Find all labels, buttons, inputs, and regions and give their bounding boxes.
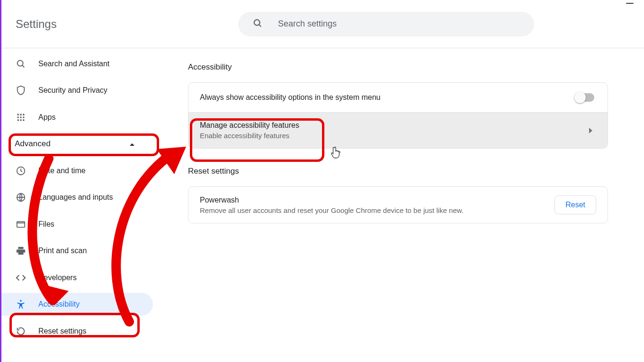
sidebar-item-label: Files	[38, 220, 54, 229]
row-sublabel: Enable accessibility features	[200, 132, 299, 140]
row-powerwash: Powerwash Remove all user accounts and r…	[188, 187, 608, 223]
sidebar-item-label: Date and time	[38, 167, 86, 175]
shield-icon	[16, 85, 26, 96]
svg-point-8	[20, 116, 22, 118]
sidebar-item-label: Reset settings	[38, 327, 86, 336]
row-label: Always show accessibility options in the…	[200, 93, 381, 102]
row-label: Manage accessibility features	[200, 121, 299, 130]
sidebar-section-advanced[interactable]: Advanced	[1, 132, 148, 155]
svg-point-12	[23, 119, 25, 121]
main-content: Accessibility Always show accessibility …	[162, 48, 644, 362]
chevron-up-icon	[129, 139, 135, 149]
chevron-right-icon	[589, 128, 592, 133]
search-input[interactable]	[278, 19, 534, 29]
search-icon	[16, 59, 26, 69]
search-icon	[252, 18, 263, 30]
sidebar-item-date-time[interactable]: Date and time	[1, 159, 153, 182]
section-heading-accessibility: Accessibility	[188, 62, 608, 72]
page-title: Settings	[16, 18, 238, 31]
code-icon	[16, 273, 26, 283]
sidebar-item-label: Search and Assistant	[38, 60, 109, 68]
row-sublabel: Remove all user accounts and reset your …	[200, 206, 555, 214]
section-heading-reset: Reset settings	[188, 167, 608, 176]
sidebar-item-search-assistant[interactable]: Search and Assistant	[1, 53, 153, 75]
svg-point-11	[20, 119, 22, 121]
sidebar-item-languages-inputs[interactable]: Languages and inputs	[1, 186, 153, 209]
sidebar-item-apps[interactable]: Apps	[1, 106, 153, 129]
sidebar-item-developers[interactable]: Developers	[1, 266, 153, 289]
card-reset: Powerwash Remove all user accounts and r…	[188, 186, 608, 223]
row-always-show-accessibility[interactable]: Always show accessibility options in the…	[188, 83, 608, 112]
sidebar-item-files[interactable]: Files	[1, 213, 153, 236]
sidebar-item-reset-settings[interactable]: Reset settings	[1, 320, 153, 343]
header: Settings	[1, 0, 644, 48]
clock-icon	[16, 166, 26, 176]
apps-icon	[16, 112, 26, 123]
svg-point-16	[20, 300, 22, 302]
svg-line-3	[22, 65, 24, 67]
svg-point-0	[254, 19, 260, 25]
accessibility-icon	[16, 299, 26, 309]
row-manage-accessibility-features[interactable]: Manage accessibility features Enable acc…	[188, 112, 608, 148]
folder-icon	[16, 219, 26, 230]
reset-button[interactable]: Reset	[555, 195, 596, 214]
sidebar: Search and Assistant Security and Privac…	[1, 48, 162, 362]
globe-icon	[16, 192, 26, 203]
svg-rect-15	[17, 221, 25, 227]
window-minimize[interactable]	[626, 3, 634, 4]
sidebar-item-accessibility[interactable]: Accessibility	[1, 293, 153, 316]
svg-point-4	[17, 114, 19, 115]
sidebar-item-security-privacy[interactable]: Security and Privacy	[1, 79, 153, 102]
sidebar-section-label: Advanced	[15, 139, 51, 149]
search-box[interactable]	[238, 12, 534, 36]
sidebar-item-label: Accessibility	[38, 300, 80, 309]
svg-point-2	[18, 60, 23, 66]
svg-point-9	[23, 116, 25, 118]
printer-icon	[16, 246, 26, 256]
reset-icon	[16, 326, 26, 336]
sidebar-item-label: Security and Privacy	[38, 86, 107, 95]
sidebar-item-label: Print and scan	[38, 247, 87, 255]
svg-line-1	[259, 24, 261, 26]
toggle-always-show-accessibility[interactable]	[575, 93, 594, 102]
svg-point-7	[17, 116, 19, 118]
sidebar-item-label: Apps	[38, 113, 55, 122]
card-accessibility: Always show accessibility options in the…	[188, 82, 608, 149]
sidebar-item-label: Languages and inputs	[38, 193, 113, 202]
svg-point-5	[20, 114, 22, 115]
sidebar-item-print-scan[interactable]: Print and scan	[1, 239, 153, 262]
svg-point-10	[17, 119, 19, 121]
sidebar-item-label: Developers	[38, 274, 77, 282]
svg-point-6	[23, 114, 25, 115]
row-label: Powerwash	[200, 196, 555, 204]
